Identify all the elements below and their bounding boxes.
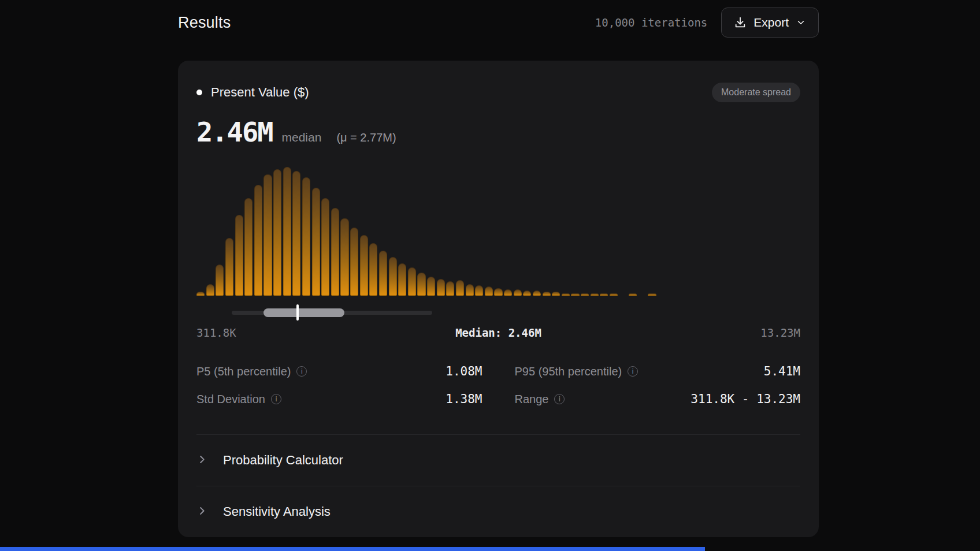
histogram-bar xyxy=(331,208,339,296)
stat-std-deviation-value: 1.38M xyxy=(446,392,482,406)
axis-min-label: 311.8K xyxy=(196,326,236,339)
histogram-bar xyxy=(456,280,464,296)
histogram-bar xyxy=(629,293,637,296)
histogram-bar xyxy=(350,228,358,296)
metric-bullet-dot xyxy=(196,90,202,95)
histogram-bar xyxy=(600,293,608,296)
stat-range-value: 311.8K - 13.23M xyxy=(691,392,800,406)
stat-p95-label: P95 (95th percentile) xyxy=(515,365,622,378)
histogram-bar xyxy=(466,284,474,296)
section-probability-calculator[interactable]: Probability Calculator xyxy=(196,435,800,486)
export-button[interactable]: Export xyxy=(721,8,819,38)
stat-range: Range i 311.8K - 13.23M xyxy=(515,390,801,408)
histogram-bar xyxy=(398,263,406,296)
histogram-bar xyxy=(427,277,435,296)
spread-badge: Moderate spread xyxy=(712,83,800,102)
percentile-strip xyxy=(196,304,800,321)
histogram-bar xyxy=(648,293,656,296)
histogram-bar xyxy=(225,238,233,296)
results-panel: Results 10,000 iterations Export xyxy=(178,0,819,537)
median-big-value: 2.46M xyxy=(196,116,272,148)
histogram-bar xyxy=(389,257,397,296)
stat-p95: P95 (95th percentile) i 5.41M xyxy=(515,363,801,380)
stat-p5-label: P5 (5th percentile) xyxy=(196,365,291,378)
histogram-bar xyxy=(273,169,281,296)
chevron-down-icon xyxy=(796,17,806,28)
histogram-bar xyxy=(360,235,368,296)
info-icon[interactable]: i xyxy=(271,394,281,404)
histogram-bar xyxy=(591,293,599,296)
histogram-bar xyxy=(494,288,502,296)
mean-note: (μ = 2.77M) xyxy=(336,131,396,144)
info-icon[interactable]: i xyxy=(296,366,307,377)
histogram-bar xyxy=(504,289,512,296)
metric-title: Present Value ($) xyxy=(211,85,309,100)
section-label: Probability Calculator xyxy=(223,453,343,468)
histogram-bar xyxy=(417,273,425,296)
histogram-bar xyxy=(523,291,531,296)
histogram-bar xyxy=(514,289,522,296)
stat-p95-value: 5.41M xyxy=(764,364,800,378)
chevron-right-icon xyxy=(196,505,207,519)
download-icon xyxy=(734,16,747,29)
axis-max-label: 13.23M xyxy=(760,326,800,339)
histogram-bar xyxy=(408,267,416,296)
page-title: Results xyxy=(178,14,231,32)
histogram-bar xyxy=(292,171,300,296)
stat-p5: P5 (5th percentile) i 1.08M xyxy=(196,363,482,380)
histogram-bar xyxy=(562,293,570,296)
present-value-card: Present Value ($) Moderate spread 2.46M … xyxy=(178,61,819,537)
histogram-bar xyxy=(206,284,214,296)
histogram-bar xyxy=(235,215,243,296)
section-sensitivity-analysis[interactable]: Sensitivity Analysis xyxy=(196,486,800,537)
histogram-bar xyxy=(263,174,272,296)
histogram-bar xyxy=(302,177,310,296)
axis-median-label: Median: 2.46M xyxy=(455,326,541,339)
histogram-bar xyxy=(254,185,262,296)
median-big-label: median xyxy=(281,131,321,144)
histogram-bar xyxy=(216,265,224,296)
info-icon[interactable]: i xyxy=(628,366,638,377)
histogram-bar xyxy=(533,291,541,296)
bottom-blue-bar xyxy=(0,547,705,551)
histogram-bar xyxy=(552,292,560,296)
iterations-count: 10,000 iterations xyxy=(595,16,707,29)
histogram-bar xyxy=(571,293,579,296)
stat-std-deviation: Std Deviation i 1.38M xyxy=(196,390,482,408)
histogram-bar xyxy=(437,279,445,296)
info-icon[interactable]: i xyxy=(554,394,565,404)
histogram-bar xyxy=(244,198,253,296)
chevron-right-icon xyxy=(196,454,207,467)
section-label: Sensitivity Analysis xyxy=(223,504,331,519)
histogram-bar xyxy=(369,243,377,296)
histogram-bar xyxy=(379,251,387,296)
histogram-bar xyxy=(321,198,329,296)
histogram-bar xyxy=(283,167,291,296)
stat-std-deviation-label: Std Deviation xyxy=(196,393,265,406)
histogram[interactable] xyxy=(196,167,800,296)
stat-range-label: Range xyxy=(515,393,549,406)
iqr-range-bar[interactable] xyxy=(263,308,344,317)
histogram-bar xyxy=(610,293,618,296)
histogram-bar xyxy=(543,292,551,296)
stat-p5-value: 1.08M xyxy=(446,364,482,378)
histogram-bar xyxy=(475,285,483,296)
results-header: Results 10,000 iterations Export xyxy=(178,0,819,45)
stats-grid: P5 (5th percentile) i 1.08M P95 (95th pe… xyxy=(196,363,800,408)
median-handle[interactable] xyxy=(296,304,299,321)
histogram-bar xyxy=(581,293,589,296)
export-button-label: Export xyxy=(753,16,789,29)
histogram-bar xyxy=(446,281,454,296)
histogram-bar xyxy=(312,188,320,296)
histogram-bar xyxy=(196,292,205,296)
histogram-bar xyxy=(485,286,493,296)
histogram-bar xyxy=(340,218,348,296)
